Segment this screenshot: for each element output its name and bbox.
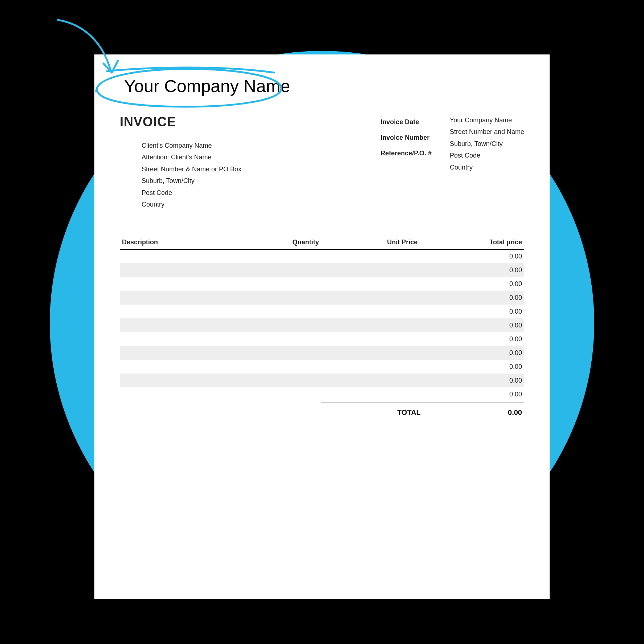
total-value: 0.00 bbox=[508, 408, 522, 417]
table-row: 0.00 bbox=[120, 318, 524, 332]
sender-line: Your Company Name bbox=[450, 114, 524, 126]
sender-line: Street Number and Name bbox=[450, 126, 524, 138]
col-unit-price: Unit Price bbox=[321, 236, 420, 249]
col-total-price: Total price bbox=[420, 236, 524, 249]
client-line: Client's Company Name bbox=[142, 140, 314, 151]
table-row: 0.00 bbox=[120, 374, 524, 387]
client-line: Street Number & Name or PO Box bbox=[142, 163, 314, 175]
table-row: 0.00 bbox=[120, 291, 524, 305]
invoice-number-label: Invoice Number bbox=[380, 130, 432, 146]
client-line: Suburb, Town/City bbox=[142, 175, 314, 187]
client-line: Attention: Client's Name bbox=[142, 151, 314, 163]
table-row: 0.00 bbox=[120, 277, 524, 291]
col-description: Description bbox=[120, 236, 234, 249]
total-label: TOTAL bbox=[397, 408, 421, 417]
sender-line: Post Code bbox=[450, 150, 524, 161]
invoice-reference-label: Reference/P.O. # bbox=[380, 146, 432, 161]
table-row: 0.00 bbox=[120, 346, 524, 360]
client-line: Country bbox=[142, 199, 314, 210]
company-name: Your Company Name bbox=[124, 76, 524, 96]
table-row: 0.00 bbox=[120, 332, 524, 346]
table-row: 0.00 bbox=[120, 387, 524, 401]
invoice-document: Your Company Name INVOICE Client's Compa… bbox=[94, 54, 550, 599]
table-row: 0.00 bbox=[120, 249, 524, 263]
table-row: 0.00 bbox=[120, 360, 524, 374]
col-quantity: Quantity bbox=[234, 236, 321, 249]
client-address-block: Client's Company Name Attention: Client'… bbox=[142, 140, 314, 210]
invoice-meta-labels: Invoice Date Invoice Number Reference/P.… bbox=[380, 114, 432, 173]
table-row: 0.00 bbox=[120, 305, 524, 318]
table-row: 0.00 bbox=[120, 263, 524, 277]
invoice-title: INVOICE bbox=[120, 114, 314, 130]
line-items-table: Description Quantity Unit Price Total pr… bbox=[120, 236, 524, 401]
invoice-date-label: Invoice Date bbox=[380, 114, 432, 130]
sender-address-block: Your Company Name Street Number and Name… bbox=[450, 114, 524, 173]
total-row: TOTAL 0.00 bbox=[120, 403, 524, 417]
client-line: Post Code bbox=[142, 187, 314, 199]
sender-line: Country bbox=[450, 162, 524, 173]
sender-line: Suburb, Town/City bbox=[450, 138, 524, 150]
